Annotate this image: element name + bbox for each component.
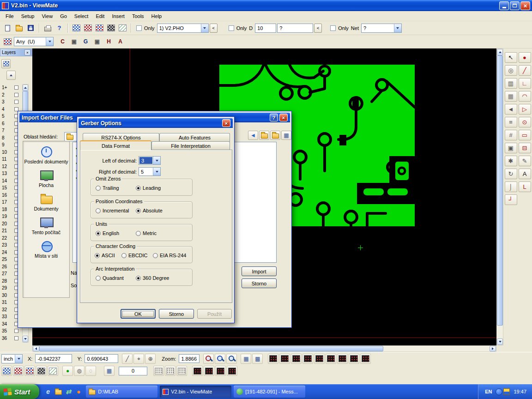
folder-quicklaunch-icon[interactable] xyxy=(54,387,63,397)
layer-up-icon[interactable] xyxy=(1,366,12,376)
canvas-vertical-scrollbar[interactable] xyxy=(496,48,503,345)
import-close-button[interactable]: × xyxy=(279,114,288,121)
cancel-button[interactable]: Storno xyxy=(159,309,194,319)
layer-visibility-swatch[interactable] xyxy=(14,85,18,90)
task-mlab[interactable]: D:\MLAB xyxy=(86,386,157,398)
layer-visibility-swatch[interactable] xyxy=(14,329,18,333)
radio-360-degree[interactable]: 360 Degree xyxy=(136,275,169,281)
menu-insert[interactable]: Insert xyxy=(108,12,128,20)
new-folder-icon[interactable] xyxy=(270,131,280,140)
place-documents[interactable]: Dokumenty xyxy=(24,193,68,212)
layer-row-1+[interactable]: 1+ xyxy=(0,84,22,91)
layers-panel-header[interactable]: Layers × xyxy=(0,48,32,56)
draw-polygon-icon[interactable]: ▷ xyxy=(519,104,531,115)
radio-incremental[interactable]: Incremental xyxy=(96,208,129,213)
layer-visibility-swatch[interactable] xyxy=(14,93,18,97)
sketch-icon[interactable]: ✎ xyxy=(519,156,531,166)
align-icon[interactable]: ≡ xyxy=(505,117,517,127)
cell-filter-icon-3[interactable] xyxy=(215,366,226,376)
restore-button[interactable] xyxy=(510,1,520,10)
menu-go[interactable]: Go xyxy=(56,12,71,20)
title-bar[interactable]: V2.bin - ViewMate × xyxy=(0,0,532,11)
draw-line-icon[interactable]: ╱ xyxy=(519,65,531,76)
snap-toggle-icon[interactable]: ▩ xyxy=(252,354,263,364)
select-pointer-icon[interactable]: ↖ xyxy=(505,52,517,63)
settings-icon[interactable]: ✱ xyxy=(505,156,517,166)
radio-english[interactable]: English xyxy=(96,230,119,236)
layers-panel-close-button[interactable]: × xyxy=(24,49,30,55)
print-icon[interactable] xyxy=(42,23,53,33)
units-combobox-arrow[interactable] xyxy=(15,355,22,363)
flash-pad-icon[interactable]: ● xyxy=(519,52,531,63)
display-filter-icon-1[interactable] xyxy=(268,354,278,364)
aperture-list-icon[interactable] xyxy=(71,23,82,33)
pad-mode-icon[interactable]: ▣ xyxy=(69,36,79,47)
menu-edit[interactable]: Edit xyxy=(92,12,108,20)
measure-distance-icon[interactable]: ╱ xyxy=(122,354,133,364)
zoom-out-icon[interactable] xyxy=(215,354,225,364)
menu-view[interactable]: View xyxy=(38,12,56,20)
scroll-right-arrow[interactable] xyxy=(490,346,496,351)
layers-scroll-up-arrow[interactable] xyxy=(23,85,28,91)
minimize-button[interactable] xyxy=(499,1,509,10)
horizontal-scroll-track[interactable] xyxy=(383,346,490,351)
cell-filter-icon-4[interactable] xyxy=(227,366,237,376)
layer-up-button[interactable] xyxy=(6,71,16,80)
internet-explorer-icon[interactable]: e xyxy=(43,387,53,397)
snap-grid-icon[interactable]: # xyxy=(505,130,517,140)
cell-filter-icon-2[interactable] xyxy=(204,366,214,376)
selection-filter-icon[interactable] xyxy=(2,36,13,47)
highlight-mode-icon[interactable]: H xyxy=(103,36,114,47)
tab-file-interpretation[interactable]: File Interpretation xyxy=(151,141,230,150)
up-folder-icon[interactable] xyxy=(259,131,269,140)
units-combobox[interactable]: inch xyxy=(1,354,23,363)
vertical-scroll-thumb[interactable] xyxy=(497,55,503,326)
layer-swap-icon[interactable] xyxy=(24,366,35,376)
radio-absolute[interactable]: Absolute xyxy=(136,208,163,213)
draw-slot-icon[interactable]: ⊟ xyxy=(519,143,531,153)
layer-combobox-arrow[interactable] xyxy=(201,24,208,32)
any-type-combobox[interactable]: Any (U) xyxy=(14,37,54,46)
grid-toggle-icon[interactable]: ▦ xyxy=(241,354,251,364)
save-icon[interactable] xyxy=(25,23,36,33)
dot-grid-icon-2[interactable] xyxy=(165,366,175,376)
radio-eia-rs244[interactable]: EIA RS-244 xyxy=(153,253,186,258)
horizontal-scroll-thumb[interactable] xyxy=(39,346,383,351)
menu-help[interactable]: Help xyxy=(148,12,166,20)
dim-lamp-icon[interactable]: ◌ xyxy=(85,366,96,376)
apply-button[interactable]: Použít xyxy=(197,309,232,319)
display-filter-icon-8[interactable] xyxy=(349,354,359,364)
any-type-arrow[interactable] xyxy=(46,37,53,46)
scroll-down-arrow[interactable] xyxy=(497,339,503,345)
views-menu-icon[interactable]: ▦ xyxy=(281,131,291,140)
import-help-button[interactable]: ? xyxy=(270,114,278,121)
task-viewmate[interactable]: V2.bin - ViewMate xyxy=(160,386,231,398)
radio-trailing[interactable]: Trailing xyxy=(96,185,119,191)
place-recent-documents[interactable]: Poslední dokumenty xyxy=(24,146,68,164)
filled-rect-icon[interactable]: ▦ xyxy=(505,91,517,102)
pad-stack-icon[interactable]: ◎ xyxy=(505,65,517,76)
update-tray-icon[interactable] xyxy=(503,388,510,395)
layer-combobox[interactable]: 1) V2.PHO xyxy=(157,24,209,33)
radio-metric[interactable]: Metric xyxy=(136,230,157,236)
gerber-close-button[interactable]: × xyxy=(222,119,230,127)
place-network-places[interactable]: Místa v síti xyxy=(24,240,68,259)
highlight-select-icon[interactable] xyxy=(94,23,105,33)
highlight-lamp-icon[interactable]: ◍ xyxy=(74,366,85,376)
corner-icon[interactable]: ┘ xyxy=(505,194,517,205)
trace-mode-icon[interactable]: ▣ xyxy=(92,36,103,47)
menu-file[interactable]: File xyxy=(2,12,18,20)
menu-select[interactable]: Select xyxy=(71,12,92,20)
canvas-horizontal-scrollbar[interactable] xyxy=(32,345,496,352)
scroll-left-arrow[interactable] xyxy=(33,346,39,351)
right-of-decimal-arrow[interactable] xyxy=(153,168,160,175)
center-view-icon[interactable]: ⊕ xyxy=(145,354,156,364)
layer-row-36[interactable]: 36 xyxy=(0,335,22,342)
dcode-table-icon[interactable] xyxy=(83,23,93,33)
display-filter-icon-6[interactable] xyxy=(326,354,336,364)
only-layer-checkbox[interactable] xyxy=(136,25,142,31)
mirror-icon[interactable]: ◄ xyxy=(505,104,517,115)
tab-data-format[interactable]: Data Format xyxy=(80,140,151,150)
close-button[interactable]: × xyxy=(520,1,530,10)
radio-leading[interactable]: Leading xyxy=(136,185,161,191)
